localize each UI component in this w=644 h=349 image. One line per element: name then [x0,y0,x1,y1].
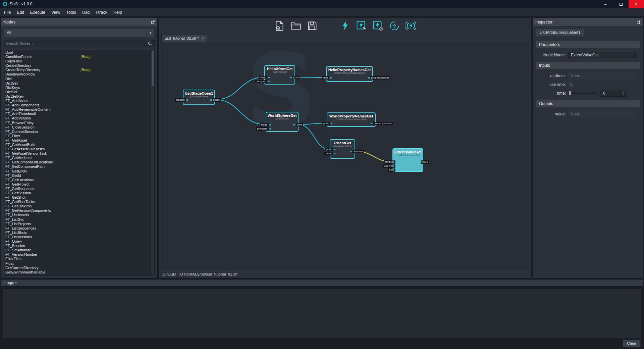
list-item[interactable]: Dict [4,77,151,81]
menu-item-ftrack[interactable]: Ftrack [93,8,110,16]
node-port-prim[interactable]: prim››› [325,148,335,151]
node-port-prim[interactable]: ›››prim [290,76,300,79]
graph-node-HelloXformGet[interactable]: HelloXformGet(UsdPrimGet)stage›››primpat… [264,65,295,85]
minimize-button[interactable]: – [598,0,613,8]
list-item[interactable]: FT_ListGet [4,217,151,222]
tab-usd-tutorial-02[interactable]: usd_tutorial_02.sft * × [161,34,207,42]
list-item[interactable]: FT_CloseSession [4,125,151,130]
list-item[interactable]: FT_ListAssets [4,213,151,217]
node-port-attribute[interactable]: ›››attribute [350,150,364,153]
node-port-useTime[interactable]: useTime››› [383,164,398,168]
list-item[interactable]: FT_BrowseEntity [4,121,151,125]
list-item[interactable]: FT_AddReviewableContent [4,107,151,112]
search-input[interactable] [6,41,148,45]
list-item[interactable]: FT_SetAttribute [4,248,151,252]
node-list-scrollbar[interactable] [151,50,154,275]
list-item[interactable]: FT_GetAssetBuildTasks [4,147,151,151]
execute-refresh-button[interactable] [389,20,400,32]
list-item[interactable]: FT_ListProjects [4,222,151,226]
node-port-attribute[interactable]: attribute››› [384,160,398,164]
list-item[interactable]: DictKeys [4,86,151,90]
graph-node-ExtentValueGet[interactable]: ExtentValueGet(UsdAttributeValueGet)attr… [392,148,423,172]
execute-button[interactable] [339,20,351,32]
list-item[interactable]: CreateTempDirectory(Beta) [4,68,151,72]
list-item[interactable]: FT_AddComponents [4,103,151,107]
undock-icon[interactable] [637,20,641,24]
execute-stop-button[interactable] [372,20,384,32]
node-canvas[interactable]: S UsdStageOpen1(UsdStageOpen)filepath›››… [161,42,529,270]
spinner-arrows[interactable]: ▲ ▼ [621,90,625,96]
list-item[interactable]: FT_VersionNumber [4,252,151,257]
node-port-primpath[interactable]: primpath››› [255,80,270,83]
list-item[interactable]: FT_GetId [4,173,151,178]
graph-node-WorldPropertyNamesGet[interactable]: WorldPropertyNamesGet(UsdPrimPropertyNam… [327,112,376,127]
list-item[interactable]: GetEnvironmentVariable [4,270,151,275]
graph-node-ExtentGet[interactable]: ExtentGet(UsdAttributeGet)prim›››name›››… [330,139,355,159]
menu-item-execute[interactable]: Execute [27,8,48,16]
time-spinbox[interactable]: 0 ▲ ▼ [600,90,626,97]
list-item[interactable]: FT_AddThumbnail [4,112,151,116]
list-item[interactable]: FT_Query [4,239,151,244]
menu-item-usd[interactable]: Usd [79,8,93,16]
list-item[interactable]: FT_GetSession [4,191,151,195]
menu-item-tools[interactable]: Tools [63,8,79,16]
list-item[interactable]: FT_GetComponentLocations [4,160,151,164]
list-item[interactable]: CopyFiles [4,59,151,63]
list-item[interactable]: FT_GetSequence [4,187,151,191]
node-port-prim[interactable]: prim››› [322,122,332,125]
list-item[interactable]: FT_ListSequences [4,226,151,231]
list-item[interactable]: DeadlineWorkflow [4,72,151,77]
edge[interactable] [215,100,266,124]
maximize-button[interactable] [613,0,629,8]
node-search[interactable] [4,40,155,47]
list-item[interactable]: FT_Filter [4,134,151,138]
list-item[interactable]: Bool [4,50,151,55]
list-item[interactable]: FT_GetTaskInfo [4,204,151,208]
node-port-propertyNames[interactable]: ›››propertyNames [370,122,393,125]
logger-output[interactable] [3,289,641,338]
list-item[interactable]: FT_AddVersion [4,116,151,120]
list-item[interactable]: FT_GetAssetBuild [4,143,151,147]
node-port-propertyNames[interactable]: ›››propertyNames [368,76,390,80]
list-item[interactable]: FT_GetLocations [4,178,151,182]
node-port-name[interactable]: name››› [324,152,335,155]
usetime-checkbox[interactable] [569,82,573,87]
chevron-down-icon[interactable]: ▼ [146,29,154,37]
list-item[interactable]: FT_GetShotTasks [4,200,151,204]
node-port-prim[interactable]: ›››prim [293,123,303,127]
live-execute-button[interactable] [405,20,417,32]
node-port-prim[interactable]: prim››› [322,76,331,80]
list-item[interactable]: FT_GetShot [4,195,151,200]
scrollbar-thumb[interactable] [152,51,154,86]
node-port-filepath[interactable]: filepath››› [175,98,188,102]
list-item[interactable]: ConditionEquals(Beta) [4,55,151,59]
time-slider[interactable] [569,93,597,94]
menu-item-edit[interactable]: Edit [14,8,27,16]
execute-selected-button[interactable] [356,20,367,32]
menu-item-help[interactable]: Help [110,8,125,16]
list-item[interactable]: FT_GetComponentPath [4,164,151,169]
list-item[interactable]: DictSetKey [4,94,151,99]
slider-handle[interactable] [569,91,571,95]
list-item[interactable]: FT_GetAssetVersionTask [4,151,151,156]
list-item[interactable]: FT_ListVersions [4,235,151,239]
list-item[interactable]: Float [4,261,151,266]
tab-close-icon[interactable]: × [202,36,204,40]
list-item[interactable]: DictSet [4,90,151,94]
menu-item-file[interactable]: File [1,8,14,16]
node-port-stage[interactable]: ›››stage [210,98,221,102]
list-item[interactable]: FilterFiles [4,257,151,261]
node-port-time[interactable]: time››› [388,168,398,172]
clear-button[interactable]: Clear [623,340,641,347]
list-item[interactable]: DictGet [4,81,151,86]
node-filter-dropdown[interactable]: All ▼ [4,29,155,37]
list-item[interactable]: FT_CommitSession [4,130,151,134]
list-item[interactable]: FT_GetEntity [4,169,151,173]
save-file-button[interactable] [307,20,318,32]
selected-node-chip[interactable]: UsdAttributeValueGet1 [536,29,584,36]
graph-node-UsdStageOpen1[interactable]: UsdStageOpen1(UsdStageOpen)filepath›››››… [183,90,215,105]
list-item[interactable]: FT_GetVersionComponents [4,208,151,213]
list-item[interactable]: FT_GetAsset [4,138,151,143]
node-port-stage[interactable]: stage››› [260,123,271,127]
list-item[interactable]: GetCurrentDirectory [4,266,151,270]
